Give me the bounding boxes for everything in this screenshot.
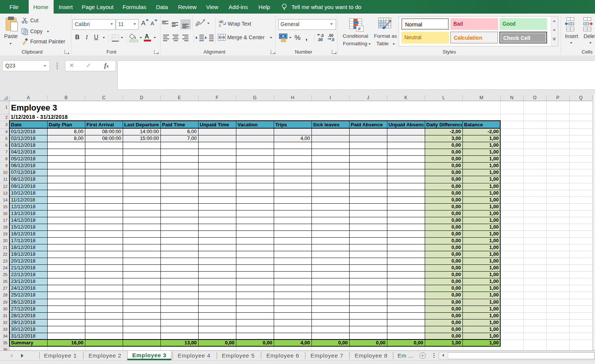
svg-text:≠: ≠ (358, 26, 361, 32)
